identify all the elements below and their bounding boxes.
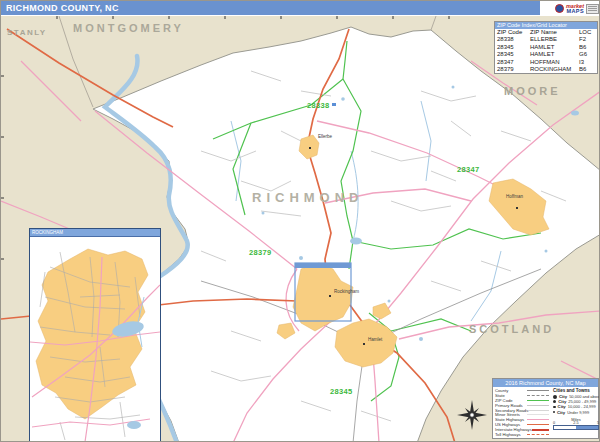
zip-table-row: 28347 HOFFMAN I3 [495,59,597,66]
city-label-rockingham: Rockingham [334,289,359,294]
county-line-sample [527,390,549,391]
inset-map-canvas [30,237,160,442]
map-page: STANLY MONTGOMERY MOORE RICHMOND SCOTLAN… [0,0,600,442]
scale-bar-graphic [553,425,599,430]
zip-table-row: 28345 HAMLET G6 [495,51,597,58]
map-legend: 2016 Richmond County, NC Map County Stat… [492,378,599,439]
zip-table-row: 28345 HAMLET B6 [495,44,597,51]
city-label-hoffman: Hoffman [506,194,523,199]
minor-streets-sample [527,414,549,415]
zip-label-28379: 28379 [249,248,271,257]
logo-caps-text: MAPS [566,9,584,14]
scale-bar: Miles 0 2.5 5 [553,417,599,431]
state-highways-sample [527,419,549,420]
col-loc: LOC [579,29,597,36]
city-dot-icon [553,406,556,409]
us-highways-sample [527,424,549,425]
zip-table-row: 28338 ELLERBE F2 [495,36,597,43]
zip-table-row: 28379 ROCKINGHAM B6 [495,66,597,73]
state-line-sample [527,395,549,396]
poi-icon [332,103,336,106]
rockingham-inset-map: ROCKINGHAM [29,228,161,442]
interstate-highways-sample [532,429,549,431]
city-dot-icon [553,395,557,399]
zip-table-header: ZIP Code Index/Grid Locator [495,22,597,29]
legend-cities: Cities and Towns City50,000 and above Ci… [549,388,600,437]
zip-line-sample [527,400,549,401]
county-label-richmond: RICHMOND [252,190,364,205]
page-title: RICHMOND COUNTY, NC [6,3,119,13]
toll-highways-sample [527,434,549,435]
city-label-hamlet: Hamlet [368,337,382,342]
inset-header: ROCKINGHAM [30,229,160,237]
county-label-moore: MOORE [504,85,561,97]
legend-item: Toll Highways [495,432,549,437]
globe-icon [555,4,564,13]
logo-stamp [586,4,599,14]
city-dot-icon [553,411,555,413]
county-label-scotland: SCOTLAND [469,323,554,335]
city-label-ellerbe: Ellerbe [318,134,332,139]
county-label-stanly: STANLY [7,28,47,37]
col-zip-name: ZIP Name [530,29,579,36]
zip-label-28345: 28345 [330,387,352,396]
city-dot-icon [553,400,556,403]
col-zip-code: ZIP Code [497,29,530,36]
secondary-roads-sample [528,410,549,411]
zip-index-table: ZIP Code Index/Grid Locator ZIP Code ZIP… [494,21,598,74]
legend-city-item: CityUnder 9,999 [553,410,600,415]
compass-rose-icon [457,400,487,430]
zip-table-column-row: ZIP Code ZIP Name LOC [495,29,597,36]
legend-line-items: County State ZIP Code Primary Roads Seco… [495,388,549,437]
inset-title: ROCKINGHAM [32,229,63,236]
publisher-logo: market MAPS [540,1,600,16]
title-bar: RICHMOND COUNTY, NC [1,1,540,15]
primary-roads-sample [527,405,549,406]
legend-title: 2016 Richmond County, NC Map [493,379,598,387]
zip-label-28347: 28347 [457,165,479,174]
zip-label-28338: 28338 [307,101,329,110]
county-label-montgomery: MONTGOMERY [73,22,184,34]
